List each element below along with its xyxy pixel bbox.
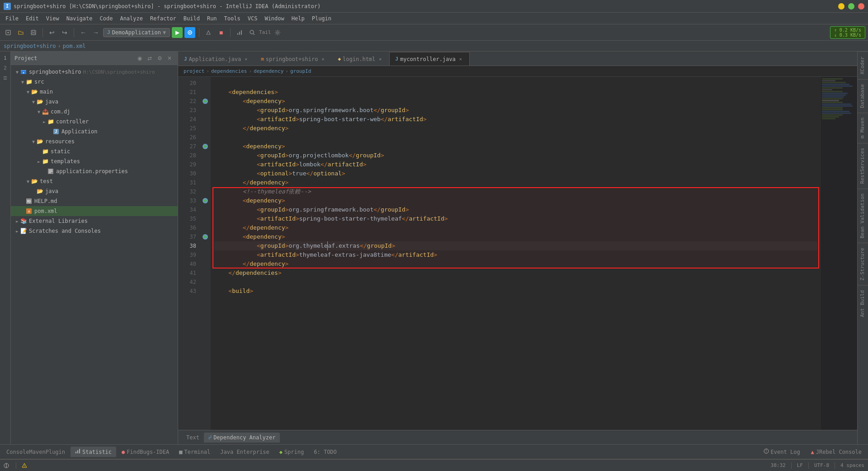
vtab-xcoder[interactable]: XCoder <box>858 52 868 79</box>
tab-close-1[interactable]: ✕ <box>320 56 326 62</box>
tree-controller[interactable]: ► 📁 controller <box>11 117 178 127</box>
btab-event-log[interactable]: ! Event Log <box>759 447 805 457</box>
svg-rect-33 <box>79 449 80 453</box>
tree-main[interactable]: ▼ 📂 main <box>11 87 178 97</box>
menu-help[interactable]: Help <box>288 14 308 23</box>
menu-file[interactable]: File <box>2 14 22 23</box>
tab-close-3[interactable]: ✕ <box>458 56 464 62</box>
svg-point-16 <box>23 72 24 74</box>
menu-window[interactable]: Window <box>261 14 288 23</box>
btab-terminal[interactable]: ▦ Terminal <box>175 447 215 457</box>
panel-collapse-btn[interactable]: ⇄ <box>145 54 154 63</box>
close-button[interactable] <box>858 3 864 9</box>
menu-tools[interactable]: Tools <box>221 14 244 23</box>
tab-application-java[interactable]: J Application.java ✕ <box>178 52 255 66</box>
status-position[interactable]: 38:32 <box>771 462 786 469</box>
vtab-ant-build[interactable]: Ant Build <box>858 285 868 322</box>
toolbar-save-btn[interactable] <box>28 27 39 38</box>
tree-ext-libs[interactable]: ► 📚 External Libraries <box>11 216 178 226</box>
status-line-ending[interactable]: LF <box>797 462 803 469</box>
code-text-area[interactable]: <dependencies> <dependency> <groupId>org… <box>211 77 821 430</box>
tab-springboot-shiro[interactable]: m springboot+shiro ✕ <box>255 52 332 66</box>
panel-close-btn[interactable]: ✕ <box>165 54 174 63</box>
window-controls[interactable] <box>838 3 864 9</box>
minimap[interactable] <box>821 77 857 430</box>
tree-com-dj[interactable]: ▼ 📤 com.dj <box>11 107 178 117</box>
menu-refactor[interactable]: Refactor <box>146 14 180 23</box>
tree-resources[interactable]: ▼ 📂 resources <box>11 137 178 146</box>
toolbar-build-btn[interactable] <box>203 27 214 38</box>
vtab-restservices[interactable]: RestServices <box>858 143 868 188</box>
status-indent[interactable]: 4 spaces <box>840 462 864 469</box>
tree-static[interactable]: 📁 static <box>11 146 178 156</box>
vtab-bean-validation[interactable]: Bean Validation <box>858 188 868 243</box>
status-vcs[interactable] <box>4 463 10 468</box>
btab-statistic[interactable]: Statistic <box>71 447 116 457</box>
tree-scratches[interactable]: ► 📝 Scratches and Consoles <box>11 226 178 236</box>
tab-dep-analyzer[interactable]: ☍ Dependency Analyzer <box>204 433 280 443</box>
tree-java[interactable]: ▼ 📂 java <box>11 97 178 107</box>
minimize-button[interactable] <box>838 3 844 9</box>
strip-project-btn[interactable]: 1 <box>1 53 10 62</box>
toolbar-open-btn[interactable] <box>15 27 26 38</box>
menu-code[interactable]: Code <box>96 14 117 23</box>
toolbar-stop-btn[interactable]: ■ <box>216 27 226 38</box>
menu-view[interactable]: View <box>42 14 63 23</box>
vtab-maven[interactable]: m Maven <box>858 113 868 143</box>
btab-jrebel-console[interactable]: ▲ JRebel Console <box>807 447 866 457</box>
maximize-button[interactable] <box>848 3 854 9</box>
menu-plugin[interactable]: Plugin <box>308 14 335 23</box>
status-warnings[interactable]: ! <box>22 463 27 468</box>
menu-edit[interactable]: Edit <box>22 14 42 23</box>
panel-locate-btn[interactable]: ◉ <box>135 54 144 63</box>
tab-mycontroller-java[interactable]: J mycontroller.java ✕ <box>389 52 469 66</box>
toolbar-tail-label[interactable]: Tail <box>259 27 270 38</box>
tab-login-html[interactable]: ◆ login.html ✕ <box>332 52 389 66</box>
toolbar-back-btn[interactable]: ← <box>78 27 89 38</box>
btab-java-enterprise[interactable]: Java Enterprise <box>216 447 274 457</box>
vtab-database[interactable]: Database <box>858 79 868 113</box>
debug-button[interactable] <box>184 27 195 38</box>
btab-consolemavenplugin[interactable]: ConsoleMavenPlugin <box>2 447 70 457</box>
run-button[interactable]: ▶ <box>172 27 183 38</box>
tree-pom-xml[interactable]: m pom.xml <box>11 206 178 216</box>
strip-structure-btn[interactable]: ☰ <box>1 73 10 82</box>
md-icon: MD <box>25 198 33 205</box>
toolbar-search-btn[interactable] <box>247 27 258 38</box>
menu-run[interactable]: Run <box>203 14 221 23</box>
toolbar-undo-btn[interactable]: ↩ <box>47 27 57 38</box>
menu-analyze[interactable]: Analyze <box>116 14 146 23</box>
toolbar-settings-btn[interactable] <box>272 27 283 38</box>
btab-todo[interactable]: 6: TODO <box>309 447 341 457</box>
strip-favorites-btn[interactable]: 2 <box>1 63 10 72</box>
tree-templates[interactable]: ► 📁 templates <box>11 156 178 166</box>
panel-settings-btn[interactable]: ⚙ <box>155 54 164 63</box>
code-editor[interactable]: 20 21 22 23 24 25 26 27 28 29 30 31 32 3… <box>178 77 857 430</box>
tree-src[interactable]: ▼ 📁 src <box>11 77 178 87</box>
btab-findbugs[interactable]: ● FindBugs-IDEA <box>117 447 174 457</box>
code-line-21: <dependencies> <box>214 88 817 97</box>
vtab-z-structure[interactable]: Z-Structure <box>858 243 868 285</box>
status-encoding[interactable]: UTF-8 <box>814 462 829 469</box>
menu-vcs[interactable]: VCS <box>244 14 261 23</box>
ext-arrow: ► <box>14 218 20 224</box>
tab-close-2[interactable]: ✕ <box>377 56 383 62</box>
toolbar-new-btn[interactable] <box>3 27 14 38</box>
spring-icon: ◆ <box>279 449 283 455</box>
run-config-selector[interactable]: J DemoApplication ▼ <box>103 28 170 37</box>
tree-help-md[interactable]: MD HELP.md <box>11 196 178 206</box>
tab-text[interactable]: Text <box>182 433 204 443</box>
menu-build[interactable]: Build <box>180 14 203 23</box>
tree-test[interactable]: ▼ 📂 test <box>11 176 178 186</box>
btab-spring[interactable]: ◆ Spring <box>275 447 309 457</box>
menu-navigate[interactable]: Navigate <box>63 14 96 23</box>
tree-test-java[interactable]: 📂 java <box>11 186 178 196</box>
tree-app-props[interactable]: application.properties <box>11 166 178 176</box>
tab-close-0[interactable]: ✕ <box>243 56 249 62</box>
toolbar-profile-btn[interactable] <box>234 27 245 38</box>
tree-application[interactable]: J Application <box>11 127 178 137</box>
toolbar-fwd-btn[interactable]: → <box>90 27 101 38</box>
svg-point-30 <box>204 236 207 238</box>
toolbar-redo-btn[interactable]: ↪ <box>59 27 70 38</box>
tree-root[interactable]: ▼ springboot+shiro H:\CSDN\springboot+sh… <box>11 67 178 77</box>
